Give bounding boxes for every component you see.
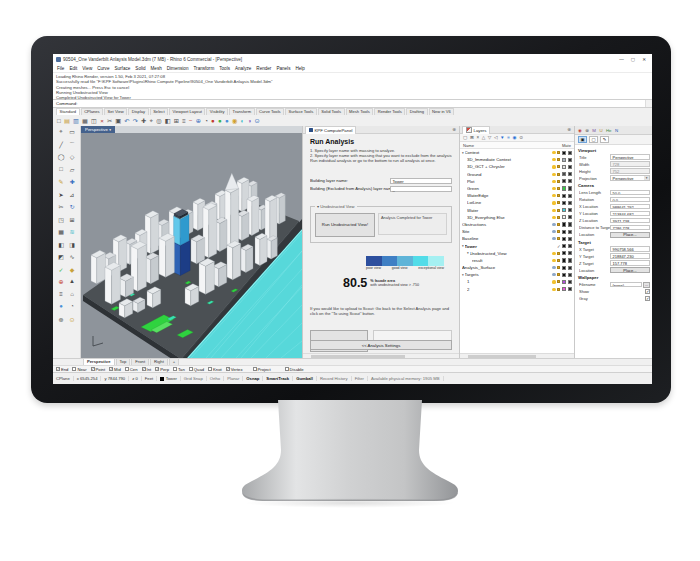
layer-color-swatch[interactable]	[562, 179, 566, 183]
menu-solid[interactable]: Solid	[135, 66, 145, 71]
sidebar-tool-icon-20[interactable]: ◩	[56, 253, 67, 266]
expand-arrow-icon[interactable]: ▾	[467, 251, 469, 255]
menu-panels[interactable]: Panels	[276, 66, 290, 71]
layer-material-swatch[interactable]	[568, 158, 572, 162]
status-item[interactable]: Filter	[355, 376, 364, 381]
layers-toolbar-icon-9[interactable]: ⊙	[519, 135, 523, 140]
sidebar-tool-icon-9[interactable]: ✚	[67, 178, 78, 191]
osnap-checkbox-end[interactable]: ✓	[56, 367, 60, 371]
toolbar-tab-curve-tools[interactable]: Curve Tools	[256, 108, 285, 115]
layer-row-3d-everything-else[interactable]: 3D_Everything Else	[460, 214, 574, 221]
layer-color-swatch[interactable]	[562, 244, 566, 248]
sidebar-tool-icon-24[interactable]: ⊕	[56, 278, 67, 291]
layer-lock-icon[interactable]	[557, 252, 560, 255]
tab-layers[interactable]: Layers	[462, 126, 490, 134]
layer-lock-icon[interactable]	[557, 187, 560, 190]
toolbar-tab-standard[interactable]: Standard	[56, 108, 80, 115]
expand-arrow-icon[interactable]: ▾	[462, 151, 464, 155]
layer-row-3d-immediate-context[interactable]: 3D_Immediate Context	[460, 156, 574, 163]
osnap-checkbox-disable[interactable]	[285, 367, 289, 371]
libraries-tab[interactable]: U	[599, 128, 602, 133]
sidebar-tool-icon-10[interactable]: ➤	[56, 191, 67, 204]
toolbar-icon-0[interactable]: □	[57, 116, 61, 126]
view-tab-right[interactable]: Right	[150, 358, 168, 365]
layer-visibility-bulb-icon[interactable]	[552, 273, 555, 276]
menu-file[interactable]: File	[57, 66, 64, 71]
view-tab-top[interactable]: Top	[116, 358, 131, 365]
prop-value-projection[interactable]: Perspective	[610, 175, 650, 181]
place-button[interactable]: Place...	[610, 232, 650, 238]
layer-material-swatch[interactable]	[568, 222, 572, 226]
status-item[interactable]: Osnap	[246, 376, 259, 381]
layer-material-swatch[interactable]	[568, 258, 572, 262]
layer-color-swatch[interactable]	[562, 230, 566, 234]
layer-color-swatch[interactable]	[562, 266, 566, 270]
prop-value-y-location[interactable]: 213844.682	[610, 211, 650, 217]
layers-toolbar-icon-8[interactable]: ◉	[513, 135, 517, 140]
menu-view[interactable]: View	[82, 66, 92, 71]
toolbar-tab-select[interactable]: Select	[150, 108, 168, 115]
toolbar-icon-14[interactable]: ⊞	[174, 116, 179, 126]
layer-material-swatch[interactable]	[568, 251, 572, 255]
sidebar-tool-icon-5[interactable]: ◇	[67, 153, 78, 166]
layer-row-ground[interactable]: Ground	[460, 171, 574, 178]
expand-arrow-icon[interactable]: ▾	[462, 244, 464, 248]
layer-visibility-bulb-icon[interactable]	[552, 223, 555, 226]
layers-toolbar-icon-0[interactable]: ▢	[463, 135, 467, 140]
maximize-button[interactable]: ▢	[631, 57, 635, 62]
layer-lock-icon[interactable]	[557, 280, 560, 283]
layer-row-analysis-surface[interactable]: Analysis_Surface	[460, 264, 574, 271]
command-bar[interactable]: Command:	[53, 100, 652, 108]
osnap-checkbox-tan[interactable]	[173, 367, 177, 371]
layer-row-targets[interactable]: ▾Targets	[460, 271, 574, 278]
layer-visibility-bulb-icon[interactable]	[552, 216, 555, 219]
menu-tools[interactable]: Tools	[219, 66, 230, 71]
analysis-settings-button[interactable]: << Analysis Settings	[310, 340, 452, 350]
minimize-button[interactable]: —	[619, 57, 624, 62]
sidebar-tool-icon-2[interactable]: ╱	[56, 141, 67, 154]
sidebar-tool-icon-23[interactable]: ◆	[67, 266, 78, 279]
toolbar-tab-transform[interactable]: Transform	[229, 108, 255, 115]
prop-value-x-location[interactable]: 988641.292	[610, 204, 650, 210]
sidebar-tool-icon-25[interactable]: ▲	[67, 278, 78, 291]
toolbar-icon-18[interactable]: ◔	[204, 116, 208, 126]
toolbar-icon-13[interactable]: ◧	[165, 116, 171, 126]
prop-value-x-target[interactable]: 990758.566	[610, 246, 650, 252]
toolbar-icon-7[interactable]: ▣	[115, 116, 121, 126]
layer-color-swatch[interactable]	[562, 151, 566, 155]
status-item[interactable]: Record History	[320, 376, 348, 381]
toolbar-tab-viewport-layout[interactable]: Viewport Layout	[169, 108, 205, 115]
prop-value-lens-length[interactable]: 50.0	[610, 190, 650, 196]
layer-lock-icon[interactable]	[557, 180, 560, 183]
sidebar-tool-icon-7[interactable]: ▱	[67, 166, 78, 179]
toolbar-icon-22[interactable]: ◉	[232, 116, 237, 126]
toolbar-icon-2[interactable]: ▥	[73, 116, 79, 126]
layer-row-water[interactable]: Water	[460, 207, 574, 214]
sidebar-tool-icon-31[interactable]: ⊙	[67, 316, 78, 329]
layer-visibility-bulb-icon[interactable]	[552, 288, 555, 291]
sidebar-tool-icon-17[interactable]: ≋	[67, 228, 78, 241]
properties-tab[interactable]: ◉	[578, 128, 582, 133]
toolbar-icon-19[interactable]: ●	[211, 116, 215, 126]
status-item[interactable]: Available physical memory: 1905 MB	[371, 376, 440, 381]
layers-toolbar-icon-4[interactable]: ▽	[488, 135, 492, 140]
place-button[interactable]: Place...	[610, 267, 650, 273]
menu-render[interactable]: Render	[256, 66, 271, 71]
layer-material-swatch[interactable]	[568, 172, 572, 176]
prop-value-rotation[interactable]: 0.0	[610, 197, 650, 203]
menu-edit[interactable]: Edit	[69, 66, 77, 71]
layer-color-swatch[interactable]	[562, 258, 566, 262]
layer-color-swatch[interactable]	[562, 251, 566, 255]
sidebar-tool-icon-0[interactable]: ⌖	[56, 128, 67, 141]
osnap-checkbox-quad[interactable]	[189, 367, 193, 371]
toolbar-icon-6[interactable]: ✂	[107, 116, 112, 126]
layer-row-obstructions[interactable]: Obstructions	[460, 221, 574, 228]
sidebar-tool-icon-19[interactable]: ◨	[67, 241, 78, 254]
layer-row-lotline[interactable]: LotLine	[460, 199, 574, 206]
toolbar-tab-solid-tools[interactable]: Solid Tools	[318, 108, 345, 115]
filename-value[interactable]: (none)	[610, 282, 642, 288]
layer-lock-icon[interactable]	[557, 201, 560, 204]
layer-row-unobstructed-view[interactable]: ▾Unobstructed_View	[460, 250, 574, 257]
notifications-tab[interactable]: N	[615, 128, 618, 133]
menu-mesh[interactable]: Mesh	[151, 66, 162, 71]
